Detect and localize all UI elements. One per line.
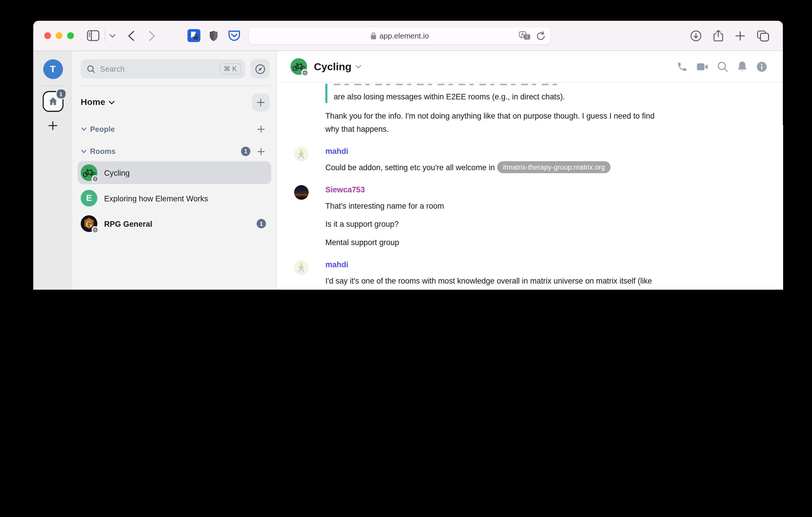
user-avatar[interactable]: T [43, 59, 63, 79]
url-bar[interactable]: app.element.io A 文 [249, 27, 551, 44]
traffic-lights [44, 32, 74, 39]
room-unread-badge: 1 [257, 219, 266, 228]
sender-avatar[interactable] [294, 147, 309, 161]
message-group-mahdi: mahdiCould be addon, setting etc you're … [294, 147, 665, 174]
space-dropdown[interactable]: Home [81, 97, 115, 108]
clipped-line-artifact [334, 84, 557, 85]
create-space-button[interactable] [48, 121, 58, 130]
home-space-button[interactable]: 1 [42, 91, 63, 112]
message-text: That's interesting name for a room [325, 199, 665, 212]
section-label: Rooms [90, 147, 116, 156]
quoted-message[interactable]: are also losing messages within E2EE roo… [325, 84, 665, 103]
chevron-down-icon [81, 127, 86, 130]
sidebar-chevron-icon[interactable] [109, 33, 116, 38]
room-name: Exploring how Element Works [104, 194, 266, 203]
sender-name[interactable]: mahdi [325, 260, 665, 269]
section-rooms[interactable]: Rooms 1 [81, 147, 265, 156]
chevron-down-icon [109, 100, 115, 104]
rail-divider [42, 85, 64, 86]
home-icon [48, 96, 58, 107]
chat-panel: Cycling [277, 51, 783, 290]
add-room-button[interactable] [257, 148, 265, 155]
message-text: Is it a support group? [325, 217, 665, 231]
translate-icon[interactable]: A 文 [519, 31, 530, 40]
svg-text:文: 文 [525, 34, 529, 39]
safari-window: app.element.io A 文 [33, 21, 783, 290]
room-sidebar: Search ⌘ K Home [72, 51, 277, 290]
chevron-down-icon[interactable] [355, 65, 361, 68]
tab-overview-icon[interactable] [757, 30, 770, 41]
search-shortcut-badge: ⌘ K [220, 64, 241, 74]
chevron-down-icon [81, 150, 86, 153]
room-header-avatar[interactable] [290, 58, 307, 75]
room-avatar: E [81, 190, 97, 206]
room-avatar [81, 164, 97, 181]
sidebar-toggle-icon[interactable] [87, 30, 99, 41]
space-label: Home [81, 97, 105, 108]
sender-name[interactable]: mahdi [325, 147, 665, 156]
search-icon[interactable] [717, 61, 728, 72]
share-icon[interactable] [713, 29, 724, 42]
room-title[interactable]: Cycling [314, 61, 351, 72]
notifications-icon[interactable] [737, 61, 748, 72]
new-tab-icon[interactable] [735, 30, 746, 41]
message-text: Could be addon, setting etc you're all w… [325, 160, 665, 174]
minimize-button[interactable] [56, 32, 62, 39]
pocket-extension-icon[interactable] [228, 30, 241, 41]
sender-name[interactable]: Siewca753 [325, 185, 665, 194]
url-text-wrap: app.element.io [249, 31, 551, 40]
lock-icon [371, 32, 377, 39]
shield-extension-icon[interactable] [209, 30, 218, 41]
home-unread-badge: 1 [55, 88, 66, 99]
search-icon [87, 65, 95, 73]
voice-call-icon[interactable] [677, 61, 688, 72]
video-call-icon[interactable] [696, 61, 708, 72]
room-name: RPG General [104, 219, 250, 228]
sender-avatar[interactable] [294, 260, 309, 275]
room-avatar: G [81, 215, 97, 232]
room-row-exploring-how-element-works[interactable]: EExploring how Element Works [78, 187, 271, 210]
svg-text:G: G [85, 219, 92, 229]
add-people-button[interactable] [257, 125, 265, 133]
zoom-button[interactable] [67, 32, 74, 39]
room-link-pill[interactable]: #matrix-therapy-group:matrix.org [497, 161, 611, 173]
sidebar-divider [81, 85, 270, 86]
chat-header: Cycling [277, 51, 783, 83]
message-group-Siewca753: Siewca753That's interesting name for a r… [294, 185, 665, 249]
public-room-globe-icon [301, 69, 308, 76]
room-info-icon[interactable] [756, 61, 767, 72]
downloads-icon[interactable] [690, 30, 701, 41]
room-row-rpg-general[interactable]: GRPG General1 [78, 212, 271, 235]
search-placeholder: Search [100, 64, 220, 73]
message-group-mahdi: mahdiI'd say it's one of the rooms with … [294, 260, 665, 290]
add-button[interactable] [252, 94, 270, 111]
rooms-unread-badge: 1 [241, 147, 250, 156]
quote-text: are also losing messages within E2EE roo… [334, 90, 665, 103]
browser-toolbar: app.element.io A 文 [33, 21, 783, 51]
sender-avatar[interactable] [294, 185, 309, 200]
svg-text:A: A [521, 31, 524, 36]
message-group: are also losing messages within E2EE roo… [294, 84, 665, 135]
explore-rooms-button[interactable] [250, 59, 269, 79]
blocker-extension-icon[interactable] [187, 29, 200, 42]
toolbar-divider [105, 30, 105, 41]
room-name: Cycling [104, 168, 266, 177]
message-text: I'd say it's one of the rooms with most … [325, 274, 665, 290]
public-room-globe-icon [92, 226, 98, 233]
forward-button[interactable] [149, 30, 155, 41]
message-timeline: are also losing messages within E2EE roo… [277, 83, 783, 290]
message-text: Mental support group [325, 236, 665, 249]
section-people[interactable]: People [81, 125, 265, 133]
close-button[interactable] [44, 32, 51, 39]
space-rail: T 1 [33, 51, 72, 290]
room-list: CyclingEExploring how Element WorksGRPG … [78, 161, 271, 235]
room-row-cycling[interactable]: Cycling [78, 161, 271, 184]
message-text: Thank you for the info. I'm not doing an… [325, 109, 665, 135]
screen: app.element.io A 文 [0, 0, 812, 290]
reload-icon[interactable] [536, 31, 545, 40]
back-button[interactable] [128, 30, 134, 41]
search-input[interactable]: Search ⌘ K [81, 59, 245, 79]
compass-icon [255, 64, 265, 74]
url-text: app.element.io [379, 31, 429, 40]
section-label: People [90, 125, 115, 133]
